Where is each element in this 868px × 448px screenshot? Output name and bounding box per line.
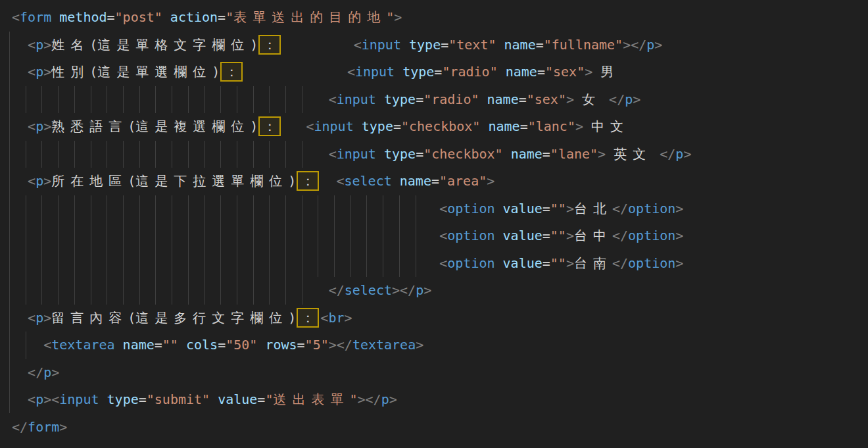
code-token: =: [431, 173, 439, 189]
code-token: 中文: [591, 118, 629, 134]
code-token: input: [337, 146, 376, 162]
code-token: p: [36, 391, 43, 407]
code-token: name: [487, 91, 519, 107]
code-token: <: [439, 201, 447, 216]
code-token: <: [28, 391, 36, 407]
code-line[interactable]: <input type="checkbox" name="lane"> 英文 <…: [0, 141, 868, 168]
code-editor[interactable]: <form method="post" action="表單送出的目的地"> <…: [0, 0, 868, 448]
indent-guide: [139, 250, 140, 278]
code-token: =: [536, 37, 544, 53]
indent-guide: [334, 195, 335, 223]
code-token: form: [20, 9, 51, 25]
indent-guide: [253, 250, 254, 278]
code-token: value: [503, 201, 542, 216]
code-token: cols: [186, 337, 218, 353]
code-line[interactable]: <input type="radio" name="sex"> 女 </p>: [0, 86, 868, 114]
code-token: option: [447, 255, 494, 271]
code-token: p: [36, 118, 43, 134]
code-token: >: [43, 310, 51, 326]
code-line[interactable]: <p>熟悉語言(這是複選欄位)： <input type="checkbox" …: [0, 113, 868, 141]
code-token: input: [59, 391, 99, 407]
code-token: [601, 91, 609, 107]
code-token: br: [328, 310, 344, 326]
code-token: type: [384, 91, 416, 107]
code-token: [392, 173, 400, 189]
code-line[interactable]: <p>性別(這是單選欄位)： <input type="radio" name=…: [0, 59, 868, 86]
unicode-highlight-box: ：: [258, 35, 281, 55]
indent-guide: [237, 141, 237, 168]
code-line[interactable]: <form method="post" action="表單送出的目的地">: [0, 4, 868, 32]
indent-guide: [107, 141, 107, 168]
code-token: </: [337, 337, 352, 353]
indent-guide: [253, 195, 254, 223]
code-token: "5": [305, 337, 329, 353]
code-token: 這是下拉選單欄位: [135, 173, 288, 189]
indent-guide: [74, 277, 75, 305]
code-line[interactable]: <option value="">台北</option>: [0, 195, 868, 223]
code-token: [496, 37, 504, 53]
code-token: [354, 118, 362, 134]
code-token: ": [226, 9, 233, 25]
indent-guide: [220, 250, 221, 278]
indent-guide: [285, 141, 286, 168]
code-token: >: [566, 201, 574, 216]
indent-guide: [204, 222, 205, 250]
code-line[interactable]: <option value="">台中</option>: [0, 222, 868, 250]
code-line[interactable]: </p>: [0, 359, 868, 387]
indent-guide: [269, 250, 270, 278]
code-token: ): [250, 118, 258, 134]
indent-guide: [383, 222, 383, 250]
unicode-highlight-box: ：: [258, 116, 281, 136]
code-token: [12, 201, 439, 216]
code-line[interactable]: <p>留言內容(這是多行文字欄位)：<br>: [0, 305, 868, 332]
indent-guide: [237, 222, 237, 250]
code-token: type: [409, 37, 441, 53]
code-line[interactable]: <option value="">台南</option>: [0, 250, 868, 278]
code-line[interactable]: <p>姓名(這是單格文字欄位)： <input type="text" name…: [0, 32, 868, 59]
code-token: >: [416, 337, 423, 353]
indent-guide: [285, 195, 286, 223]
code-token: =: [416, 146, 423, 162]
indent-guide: [74, 250, 75, 278]
indent-guide: [26, 250, 26, 278]
code-token: value: [218, 391, 257, 407]
indent-guide: [285, 250, 286, 278]
indent-guide: [107, 250, 107, 278]
code-token: "": [550, 201, 566, 216]
code-token: p: [36, 37, 43, 53]
indent-guide: [91, 250, 91, 278]
indent-guide: [91, 195, 91, 223]
indent-guide: [188, 250, 189, 278]
code-token: <: [347, 64, 355, 80]
code-token: >: [633, 91, 640, 107]
code-token: name: [506, 64, 537, 80]
indent-guide: [302, 222, 302, 250]
code-token: "area": [439, 173, 487, 189]
indent-guide: [253, 277, 254, 305]
indent-guide: [155, 141, 156, 168]
code-token: >: [43, 64, 51, 80]
code-token: action: [170, 9, 218, 25]
code-line[interactable]: <textarea name="" cols="50" rows="5"></t…: [0, 332, 868, 359]
code-token: p: [36, 64, 43, 80]
code-token: p: [646, 37, 654, 53]
code-token: =: [393, 118, 401, 134]
code-line[interactable]: </select></p>: [0, 277, 868, 305]
code-token: >: [598, 146, 606, 162]
code-line[interactable]: <p>所在地區(這是下拉選單欄位)： <select name="area">: [0, 168, 868, 195]
code-token: =: [434, 64, 442, 80]
code-token: 台中: [574, 228, 612, 243]
code-token: <: [51, 391, 59, 407]
code-token: [12, 391, 28, 407]
code-token: "sex": [527, 91, 566, 107]
code-line[interactable]: <p><input type="submit" value="送出表單"></p…: [0, 386, 868, 414]
code-token: "sex": [545, 64, 585, 80]
indent-guide: [139, 86, 140, 114]
code-line[interactable]: </form>: [0, 414, 868, 441]
indent-guide: [220, 222, 221, 250]
code-token: value: [503, 228, 542, 243]
code-token: type: [402, 64, 434, 80]
indent-guide: [172, 195, 172, 223]
indent-guide: [204, 195, 205, 223]
indent-guide: [172, 86, 172, 114]
